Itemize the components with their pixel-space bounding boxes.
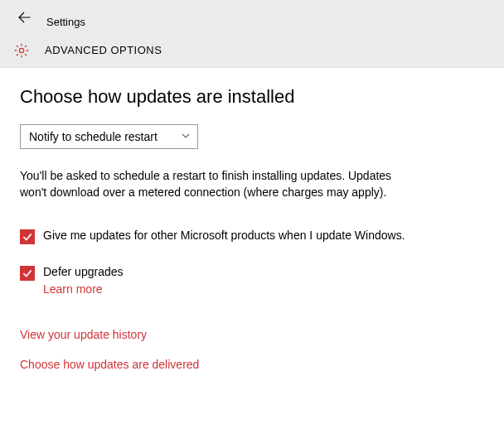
svg-point-0 bbox=[19, 48, 23, 52]
install-mode-description: You'll be asked to schedule a restart to… bbox=[20, 167, 393, 201]
option-defer-upgrades-label: Defer upgrades bbox=[43, 265, 124, 278]
checkbox-other-products[interactable] bbox=[20, 229, 35, 244]
option-defer-upgrades: Defer upgrades Learn more bbox=[20, 264, 410, 298]
chevron-down-icon bbox=[181, 131, 191, 142]
checkbox-defer-upgrades[interactable] bbox=[20, 266, 35, 281]
option-defer-upgrades-text: Defer upgrades Learn more bbox=[43, 264, 124, 298]
option-other-products: Give me updates for other Microsoft prod… bbox=[20, 228, 410, 244]
option-other-products-label: Give me updates for other Microsoft prod… bbox=[43, 228, 405, 244]
delivery-options-link[interactable]: Choose how updates are delivered bbox=[20, 358, 484, 371]
content-area: Choose how updates are installed Notify … bbox=[0, 68, 504, 371]
section-heading: Choose how updates are installed bbox=[20, 86, 484, 108]
links-section: View your update history Choose how upda… bbox=[20, 328, 484, 371]
window-title: Settings bbox=[46, 16, 85, 30]
learn-more-link[interactable]: Learn more bbox=[43, 282, 124, 298]
gear-icon bbox=[13, 42, 36, 59]
header-bar: ADVANCED OPTIONS bbox=[0, 33, 504, 68]
back-icon[interactable] bbox=[17, 10, 36, 30]
title-bar: Settings bbox=[0, 0, 504, 33]
update-history-link[interactable]: View your update history bbox=[20, 328, 484, 341]
page-title: ADVANCED OPTIONS bbox=[45, 44, 162, 56]
dropdown-selected-value: Notify to schedule restart bbox=[29, 130, 158, 143]
install-mode-dropdown[interactable]: Notify to schedule restart bbox=[20, 124, 198, 149]
